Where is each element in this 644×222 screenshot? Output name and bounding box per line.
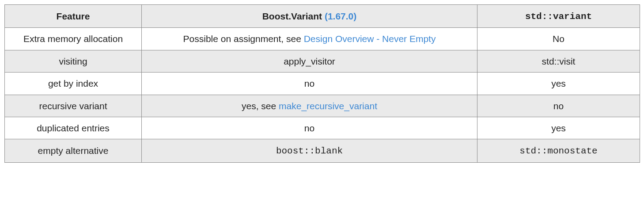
boost-version-link[interactable]: (1.67.0)	[325, 11, 356, 21]
cell-feature: recursive variant	[5, 95, 142, 117]
cell-boost-text: yes, see	[242, 101, 279, 111]
cell-std: std::monostate	[477, 139, 640, 162]
cell-feature: duplicated entries	[5, 117, 142, 139]
cell-boost-text: Possible on assignment, see	[183, 34, 304, 44]
table-row: recursive variantyes, see make_recursive…	[5, 95, 640, 117]
cell-std-code: std::monostate	[519, 146, 597, 156]
cell-boost: boost::blank	[142, 139, 477, 162]
cell-feature: Extra memory allocation	[5, 28, 142, 50]
cell-boost-link[interactable]: Design Overview - Never Empty	[304, 34, 436, 44]
cell-boost: no	[142, 117, 477, 139]
header-feature: Feature	[5, 5, 142, 28]
table-row: duplicated entriesnoyes	[5, 117, 640, 139]
cell-std: no	[477, 95, 640, 117]
table-row: Extra memory allocationPossible on assig…	[5, 28, 640, 50]
cell-boost-code: boost::blank	[276, 146, 343, 156]
cell-std: yes	[477, 117, 640, 139]
cell-boost: no	[142, 73, 477, 95]
cell-feature: visiting	[5, 50, 142, 72]
header-boost: Boost.Variant (1.67.0)	[142, 5, 477, 28]
table-header-row: Feature Boost.Variant (1.67.0) std::vari…	[5, 5, 640, 28]
cell-boost-link[interactable]: make_recursive_variant	[279, 101, 377, 111]
cell-feature: get by index	[5, 73, 142, 95]
table-body: Extra memory allocationPossible on assig…	[5, 28, 640, 162]
cell-boost: apply_visitor	[142, 50, 477, 72]
cell-boost-text: no	[304, 123, 314, 133]
header-std-code: std::variant	[525, 11, 592, 22]
header-std: std::variant	[477, 5, 640, 28]
cell-boost-text: apply_visitor	[284, 56, 335, 66]
cell-boost-text: no	[304, 78, 314, 88]
table-row: empty alternativeboost::blankstd::monost…	[5, 139, 640, 162]
cell-boost: yes, see make_recursive_variant	[142, 95, 477, 117]
cell-std: std::visit	[477, 50, 640, 72]
header-boost-text: Boost.Variant	[262, 11, 325, 21]
cell-boost: Possible on assignment, see Design Overv…	[142, 28, 477, 50]
comparison-table: Feature Boost.Variant (1.67.0) std::vari…	[4, 4, 640, 163]
table-row: visitingapply_visitorstd::visit	[5, 50, 640, 72]
cell-std: yes	[477, 73, 640, 95]
table-row: get by indexnoyes	[5, 73, 640, 95]
cell-feature: empty alternative	[5, 139, 142, 162]
cell-std: No	[477, 28, 640, 50]
